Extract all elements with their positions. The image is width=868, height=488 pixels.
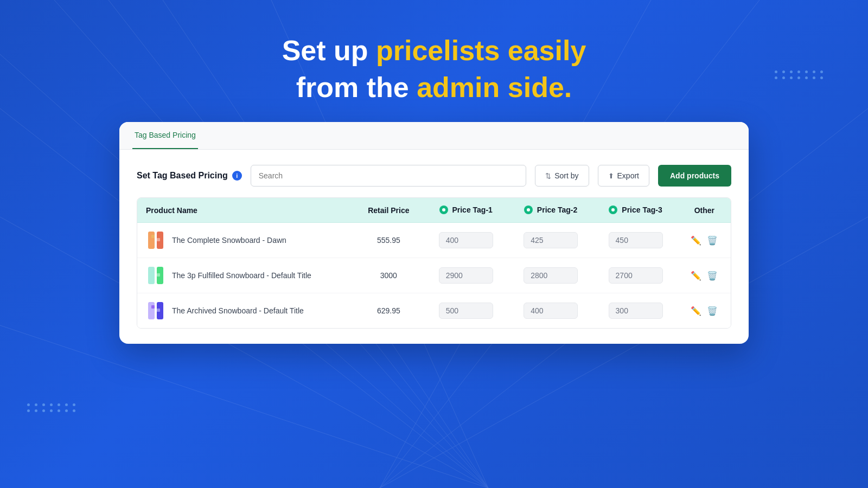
- price-tag-1-cell: [423, 223, 508, 258]
- delete-icon[interactable]: 🗑️: [707, 306, 718, 316]
- col-header-other: Other: [678, 198, 731, 223]
- tab-label: Tag Based Pricing: [135, 131, 196, 139]
- tab-tag-based-pricing[interactable]: Tag Based Pricing: [132, 122, 198, 149]
- search-input[interactable]: [251, 165, 526, 187]
- svg-rect-15: [157, 238, 160, 241]
- price-tag-3-cell: [593, 293, 678, 329]
- product-name-cell: The Archived Snowboard - Default Title: [137, 293, 354, 329]
- price-tag-3-cell: [593, 223, 678, 258]
- toolbar-title-text: Set Tag Based Pricing: [137, 171, 228, 181]
- col-header-price-tag-2: Price Tag-2: [508, 198, 593, 223]
- delete-icon[interactable]: 🗑️: [707, 271, 718, 281]
- hero-line2-highlight: admin side.: [417, 72, 572, 103]
- tab-bar: Tag Based Pricing: [119, 122, 749, 150]
- svg-rect-19: [157, 273, 160, 277]
- svg-rect-22: [151, 305, 155, 309]
- export-button[interactable]: ⬆ Export: [598, 165, 649, 187]
- info-icon[interactable]: i: [232, 171, 242, 181]
- retail-price-cell: 555.95: [354, 223, 423, 258]
- products-table-wrapper: Product Name Retail Price Price Tag-1: [137, 197, 731, 329]
- price-tag-2-input[interactable]: [524, 232, 578, 248]
- retail-price-value: 3000: [380, 271, 397, 280]
- price-tag-3-input[interactable]: [609, 267, 663, 284]
- table-row: The 3p Fulfilled Snowboard - Default Tit…: [137, 258, 731, 293]
- edit-icon[interactable]: ✏️: [691, 235, 701, 246]
- price-tag-1-cell: [423, 293, 508, 329]
- price-tag-3-input[interactable]: [609, 303, 663, 319]
- export-label: Export: [617, 171, 639, 180]
- svg-rect-16: [148, 267, 155, 284]
- tag-icon-2: [524, 206, 533, 214]
- delete-icon[interactable]: 🗑️: [707, 235, 718, 246]
- col-header-price-tag-1: Price Tag-1: [423, 198, 508, 223]
- col-header-retail-price: Retail Price: [354, 198, 423, 223]
- product-name-cell: The 3p Fulfilled Snowboard - Default Tit…: [137, 258, 354, 293]
- price-tag-1-input[interactable]: [439, 267, 493, 284]
- toolbar: Set Tag Based Pricing i ⇅ Sort by ⬆ Expo…: [137, 165, 731, 187]
- svg-rect-14: [151, 235, 155, 238]
- other-cell: ✏️ 🗑️: [678, 258, 731, 293]
- product-name-cell: The Complete Snowboard - Dawn: [137, 223, 354, 258]
- retail-price-value: 629.95: [377, 306, 400, 315]
- table-header-row: Product Name Retail Price Price Tag-1: [137, 198, 731, 223]
- price-tag-2-cell: [508, 293, 593, 329]
- sort-label: Sort by: [554, 171, 578, 180]
- product-name-text: The Complete Snowboard - Dawn: [172, 236, 286, 245]
- other-cell: ✏️ 🗑️: [678, 293, 731, 329]
- price-tag-2-input[interactable]: [524, 303, 578, 319]
- export-icon: ⬆: [608, 172, 614, 180]
- edit-icon[interactable]: ✏️: [691, 271, 701, 281]
- tag-icon-3: [609, 206, 617, 214]
- tag-icon-1: [439, 206, 448, 214]
- dots-decoration-bottom-left: [27, 403, 77, 412]
- price-tag-1-cell: [423, 258, 508, 293]
- svg-rect-18: [151, 270, 155, 273]
- sort-arrows-icon: ⇅: [545, 172, 551, 180]
- table-body: The Complete Snowboard - Dawn 555.95 ✏️ …: [137, 223, 731, 329]
- price-tag-2-input[interactable]: [524, 267, 578, 284]
- sort-button[interactable]: ⇅ Sort by: [535, 165, 589, 187]
- retail-price-cell: 3000: [354, 258, 423, 293]
- edit-icon[interactable]: ✏️: [691, 306, 701, 316]
- svg-rect-20: [148, 302, 155, 319]
- price-tag-2-cell: [508, 258, 593, 293]
- card-container: Tag Based Pricing Set Tag Based Pricing …: [0, 122, 868, 344]
- product-thumbnail: [146, 266, 165, 285]
- price-tag-1-input[interactable]: [439, 232, 493, 248]
- hero-line2-prefix: from the: [296, 72, 417, 103]
- hero-line2: from the admin side.: [296, 72, 572, 103]
- price-tag-3-cell: [593, 258, 678, 293]
- main-card: Tag Based Pricing Set Tag Based Pricing …: [119, 122, 749, 344]
- hero-line1-prefix: Set up: [282, 35, 376, 66]
- product-name-text: The Archived Snowboard - Default Title: [172, 306, 304, 315]
- product-name-text: The 3p Fulfilled Snowboard - Default Tit…: [172, 271, 311, 280]
- price-tag-3-input[interactable]: [609, 232, 663, 248]
- retail-price-cell: 629.95: [354, 293, 423, 329]
- svg-rect-23: [157, 309, 160, 312]
- price-tag-1-input[interactable]: [439, 303, 493, 319]
- hero-line1-highlight: pricelists easily: [376, 35, 586, 66]
- table-row: The Archived Snowboard - Default Title 6…: [137, 293, 731, 329]
- svg-rect-12: [148, 232, 155, 249]
- products-table: Product Name Retail Price Price Tag-1: [137, 198, 731, 328]
- hero-heading: Set up pricelists easily from the admin …: [0, 0, 868, 122]
- add-products-label: Add products: [670, 171, 719, 180]
- product-thumbnail: [146, 230, 165, 250]
- hero-line1: Set up pricelists easily: [282, 35, 586, 66]
- add-products-button[interactable]: Add products: [658, 165, 731, 187]
- retail-price-value: 555.95: [377, 236, 400, 245]
- col-header-price-tag-3: Price Tag-3: [593, 198, 678, 223]
- table-row: The Complete Snowboard - Dawn 555.95 ✏️ …: [137, 223, 731, 258]
- other-cell: ✏️ 🗑️: [678, 223, 731, 258]
- price-tag-2-cell: [508, 223, 593, 258]
- product-thumbnail: [146, 301, 165, 320]
- card-content: Set Tag Based Pricing i ⇅ Sort by ⬆ Expo…: [119, 150, 749, 344]
- col-header-product-name: Product Name: [137, 198, 354, 223]
- toolbar-title: Set Tag Based Pricing i: [137, 171, 242, 181]
